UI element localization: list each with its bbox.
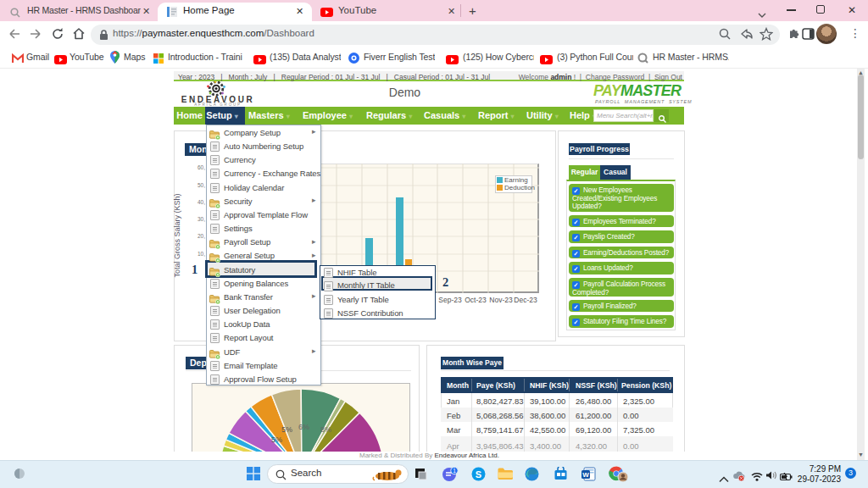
svg-text:1: 1	[453, 468, 456, 474]
svg-text:S: S	[476, 469, 481, 480]
svg-text:W: W	[582, 471, 589, 479]
